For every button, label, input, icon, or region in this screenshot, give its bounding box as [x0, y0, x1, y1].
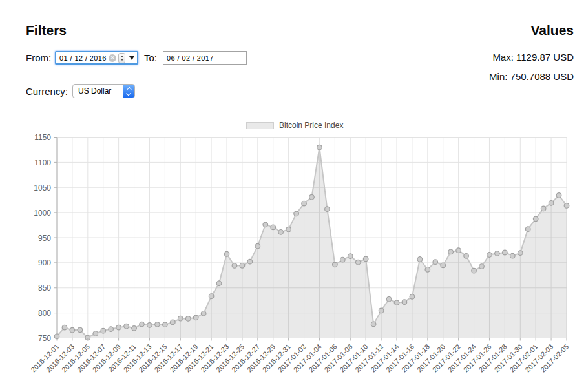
data-point-marker[interactable]: [472, 268, 477, 273]
data-point-marker[interactable]: [232, 263, 237, 269]
data-point-marker[interactable]: [495, 251, 500, 256]
data-point-marker[interactable]: [348, 254, 353, 259]
from-date-input[interactable]: 01 / 12 / 2016 ✕: [55, 51, 138, 65]
data-point-marker[interactable]: [140, 322, 145, 327]
data-point-marker[interactable]: [255, 243, 260, 249]
y-axis-label: 900: [38, 258, 51, 267]
min-value-text: Min: 750.7088 USD: [489, 71, 574, 82]
data-point-marker[interactable]: [549, 201, 554, 206]
from-date-value: 01 / 12 / 2016: [59, 54, 109, 62]
y-axis-label: 1000: [34, 209, 51, 218]
data-point-marker[interactable]: [116, 325, 121, 330]
data-point-marker[interactable]: [479, 264, 485, 269]
data-point-marker[interactable]: [394, 300, 399, 305]
data-point-marker[interactable]: [216, 281, 222, 286]
data-point-marker[interactable]: [271, 225, 276, 230]
data-point-marker[interactable]: [155, 322, 160, 327]
chevron-down-icon: [126, 91, 131, 96]
data-point-marker[interactable]: [240, 263, 245, 269]
max-value-text: Max: 1129.87 USD: [492, 52, 574, 63]
data-point-marker[interactable]: [441, 263, 446, 268]
data-point-marker[interactable]: [464, 254, 469, 259]
data-point-marker[interactable]: [101, 328, 106, 333]
data-point-marker[interactable]: [433, 260, 438, 265]
data-point-marker[interactable]: [163, 322, 168, 327]
to-label: To:: [144, 52, 157, 63]
data-point-marker[interactable]: [371, 322, 376, 327]
y-axis-label: 800: [38, 309, 51, 318]
data-point-marker[interactable]: [178, 316, 183, 321]
data-point-marker[interactable]: [302, 201, 307, 206]
data-point-marker[interactable]: [448, 249, 454, 254]
y-axis-label: 1150: [34, 133, 51, 142]
data-point-marker[interactable]: [410, 294, 415, 300]
data-point-marker[interactable]: [185, 316, 191, 322]
data-point-marker[interactable]: [247, 259, 253, 264]
data-point-marker[interactable]: [379, 308, 384, 313]
stepper-down-icon[interactable]: [120, 59, 124, 61]
date-stepper-icon[interactable]: [118, 53, 125, 63]
data-point-marker[interactable]: [503, 250, 508, 255]
data-point-marker[interactable]: [263, 222, 268, 227]
data-point-marker[interactable]: [333, 262, 338, 267]
legend-label: Bitcoin Price Index: [279, 121, 343, 130]
data-point-marker[interactable]: [109, 327, 114, 332]
to-date-input[interactable]: 06 / 02 / 2017: [163, 51, 247, 65]
data-point-marker[interactable]: [541, 206, 546, 211]
currency-select[interactable]: US Dollar ($): [72, 84, 135, 98]
data-point-marker[interactable]: [533, 216, 538, 222]
data-point-marker[interactable]: [93, 331, 98, 336]
data-point-marker[interactable]: [124, 324, 129, 329]
data-point-marker[interactable]: [487, 253, 492, 258]
values-heading: Values: [530, 23, 574, 38]
data-point-marker[interactable]: [425, 267, 430, 272]
from-label: From:: [26, 52, 51, 63]
data-point-marker[interactable]: [340, 257, 346, 262]
data-point-marker[interactable]: [456, 248, 461, 253]
chart-legend[interactable]: Bitcoin Price Index: [246, 121, 343, 130]
filters-heading: Filters: [26, 23, 67, 38]
data-point-marker[interactable]: [224, 251, 229, 256]
data-point-marker[interactable]: [564, 203, 569, 209]
y-axis-label: 950: [38, 234, 51, 243]
data-point-marker[interactable]: [132, 326, 137, 331]
data-point-marker[interactable]: [556, 193, 561, 198]
data-point-marker[interactable]: [363, 256, 368, 262]
legend-swatch: [246, 122, 274, 129]
currency-selected-value: US Dollar ($): [73, 85, 123, 98]
stepper-up-icon[interactable]: [120, 56, 124, 57]
data-point-marker[interactable]: [525, 227, 530, 232]
series-area-fill: [57, 147, 567, 338]
data-point-marker[interactable]: [317, 145, 322, 150]
data-point-marker[interactable]: [201, 311, 206, 316]
data-point-marker[interactable]: [147, 323, 152, 328]
select-chevrons-icon: [123, 85, 134, 98]
data-point-marker[interactable]: [386, 296, 392, 302]
chevron-up-icon: [127, 87, 131, 91]
y-axis-label: 750: [38, 334, 51, 343]
calendar-dropdown-icon[interactable]: [129, 56, 134, 60]
data-point-marker[interactable]: [171, 320, 176, 325]
data-point-marker[interactable]: [417, 257, 423, 262]
data-point-marker[interactable]: [278, 229, 284, 234]
y-axis-label: 1050: [34, 183, 51, 192]
data-point-marker[interactable]: [309, 194, 315, 200]
data-point-marker[interactable]: [325, 207, 330, 212]
data-point-marker[interactable]: [518, 251, 523, 256]
data-point-marker[interactable]: [62, 325, 67, 330]
to-date-value: 06 / 02 / 2017: [167, 54, 243, 62]
data-point-marker[interactable]: [294, 211, 299, 216]
data-point-marker[interactable]: [510, 253, 516, 258]
data-point-marker[interactable]: [193, 315, 198, 320]
y-axis-label: 1100: [34, 158, 51, 167]
data-point-marker[interactable]: [286, 227, 291, 232]
clear-icon[interactable]: ✕: [109, 54, 116, 62]
currency-label: Currency:: [26, 86, 68, 97]
bitcoin-price-dashboard: Filters Values From: 01 / 12 / 2016 ✕ To…: [0, 0, 586, 392]
data-point-marker[interactable]: [70, 327, 75, 333]
data-point-marker[interactable]: [78, 327, 83, 333]
data-point-marker[interactable]: [355, 260, 361, 265]
y-axis-label: 850: [38, 284, 51, 293]
data-point-marker[interactable]: [209, 294, 214, 299]
data-point-marker[interactable]: [402, 300, 407, 305]
